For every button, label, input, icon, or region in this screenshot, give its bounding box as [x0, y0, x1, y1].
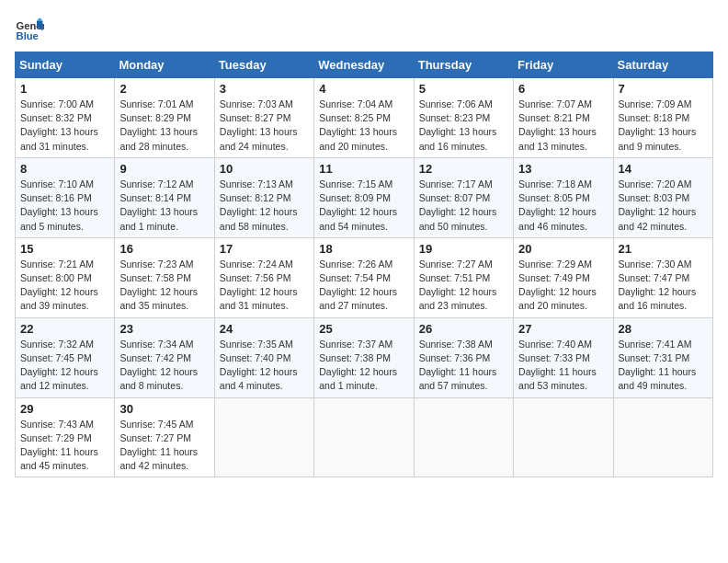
calendar-cell-21: 21Sunrise: 7:30 AMSunset: 7:47 PMDayligh… [613, 237, 712, 317]
calendar-cell-empty [613, 397, 712, 477]
calendar-cell-empty [514, 397, 613, 477]
calendar-cell-22: 22Sunrise: 7:32 AMSunset: 7:45 PMDayligh… [16, 317, 115, 397]
calendar-cell-empty [414, 397, 513, 477]
col-header-sunday: Sunday [16, 52, 115, 78]
col-header-thursday: Thursday [414, 52, 513, 78]
calendar-cell-25: 25Sunrise: 7:37 AMSunset: 7:38 PMDayligh… [314, 317, 414, 397]
col-header-friday: Friday [514, 52, 613, 78]
calendar-cell-19: 19Sunrise: 7:27 AMSunset: 7:51 PMDayligh… [414, 237, 513, 317]
col-header-monday: Monday [115, 52, 214, 78]
calendar-cell-4: 4Sunrise: 7:04 AMSunset: 8:25 PMDaylight… [314, 78, 414, 158]
calendar-cell-15: 15Sunrise: 7:21 AMSunset: 8:00 PMDayligh… [16, 237, 115, 317]
calendar-cell-30: 30Sunrise: 7:45 AMSunset: 7:27 PMDayligh… [115, 397, 214, 477]
calendar-cell-13: 13Sunrise: 7:18 AMSunset: 8:05 PMDayligh… [514, 157, 613, 237]
calendar-cell-10: 10Sunrise: 7:13 AMSunset: 8:12 PMDayligh… [214, 157, 313, 237]
col-header-tuesday: Tuesday [214, 52, 313, 78]
calendar-cell-24: 24Sunrise: 7:35 AMSunset: 7:40 PMDayligh… [214, 317, 313, 397]
calendar-cell-empty [214, 397, 313, 477]
calendar-cell-8: 8Sunrise: 7:10 AMSunset: 8:16 PMDaylight… [16, 157, 115, 237]
calendar-cell-empty [314, 397, 414, 477]
calendar-table: SundayMondayTuesdayWednesdayThursdayFrid… [15, 52, 713, 477]
calendar-cell-27: 27Sunrise: 7:40 AMSunset: 7:33 PMDayligh… [514, 317, 613, 397]
calendar-cell-11: 11Sunrise: 7:15 AMSunset: 8:09 PMDayligh… [314, 157, 414, 237]
calendar-cell-9: 9Sunrise: 7:12 AMSunset: 8:14 PMDaylight… [115, 157, 214, 237]
calendar-cell-18: 18Sunrise: 7:26 AMSunset: 7:54 PMDayligh… [314, 237, 414, 317]
calendar-cell-12: 12Sunrise: 7:17 AMSunset: 8:07 PMDayligh… [414, 157, 513, 237]
logo: General Blue [15, 15, 44, 44]
svg-marker-3 [37, 17, 42, 20]
col-header-wednesday: Wednesday [314, 52, 414, 78]
calendar-cell-2: 2Sunrise: 7:01 AMSunset: 8:29 PMDaylight… [115, 78, 214, 158]
calendar-cell-5: 5Sunrise: 7:06 AMSunset: 8:23 PMDaylight… [414, 78, 513, 158]
calendar-cell-7: 7Sunrise: 7:09 AMSunset: 8:18 PMDaylight… [613, 78, 712, 158]
svg-text:Blue: Blue [17, 30, 39, 41]
calendar-cell-6: 6Sunrise: 7:07 AMSunset: 8:21 PMDaylight… [514, 78, 613, 158]
calendar-cell-28: 28Sunrise: 7:41 AMSunset: 7:31 PMDayligh… [613, 317, 712, 397]
calendar-cell-17: 17Sunrise: 7:24 AMSunset: 7:56 PMDayligh… [214, 237, 313, 317]
calendar-cell-16: 16Sunrise: 7:23 AMSunset: 7:58 PMDayligh… [115, 237, 214, 317]
calendar-cell-14: 14Sunrise: 7:20 AMSunset: 8:03 PMDayligh… [613, 157, 712, 237]
calendar-cell-3: 3Sunrise: 7:03 AMSunset: 8:27 PMDaylight… [214, 78, 313, 158]
calendar-cell-29: 29Sunrise: 7:43 AMSunset: 7:29 PMDayligh… [16, 397, 115, 477]
calendar-cell-1: 1Sunrise: 7:00 AMSunset: 8:32 PMDaylight… [16, 78, 115, 158]
col-header-saturday: Saturday [613, 52, 712, 78]
calendar-cell-26: 26Sunrise: 7:38 AMSunset: 7:36 PMDayligh… [414, 317, 513, 397]
calendar-cell-23: 23Sunrise: 7:34 AMSunset: 7:42 PMDayligh… [115, 317, 214, 397]
calendar-cell-20: 20Sunrise: 7:29 AMSunset: 7:49 PMDayligh… [514, 237, 613, 317]
page-header: General Blue [15, 15, 713, 44]
